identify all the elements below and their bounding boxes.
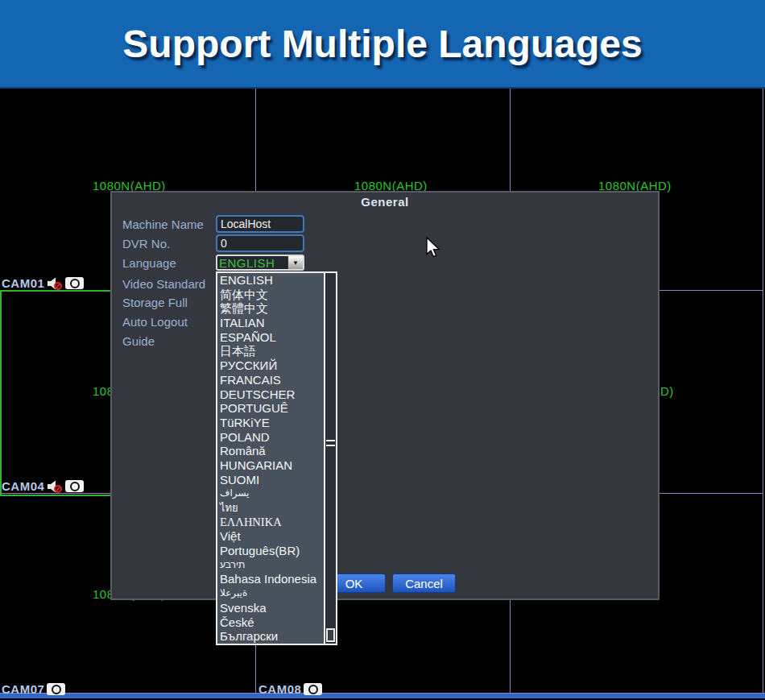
language-option[interactable]: Română bbox=[217, 444, 336, 458]
scrollbar-thumb[interactable] bbox=[326, 628, 335, 642]
record-icon bbox=[304, 683, 322, 695]
bottom-blue-bar bbox=[0, 694, 765, 698]
input-dvr-no-[interactable]: 0 bbox=[216, 234, 304, 252]
language-option[interactable]: ENGLISH bbox=[217, 273, 336, 288]
language-selected-value: ENGLISH bbox=[219, 256, 275, 270]
language-option[interactable]: РУССКИЙ bbox=[217, 358, 336, 373]
general-dialog: General Machine NameLocalHostDVR No.0Lan… bbox=[110, 191, 660, 600]
record-icon bbox=[65, 277, 84, 289]
language-option[interactable]: FRANCAIS bbox=[217, 373, 336, 387]
language-option[interactable]: SUOMI bbox=[217, 473, 336, 487]
camera-name: CAM01 bbox=[2, 277, 44, 290]
field-label-machine-name: Machine Name bbox=[122, 217, 204, 231]
grid-border-right bbox=[763, 89, 763, 693]
language-option[interactable]: DEUTSCHER bbox=[217, 387, 336, 402]
language-options: ENGLISH简体中文繁體中文ITALIANESPAÑOL日本語РУССКИЙF… bbox=[217, 273, 336, 644]
language-option[interactable]: 日本語 bbox=[217, 344, 336, 358]
language-option[interactable]: ไทย bbox=[217, 501, 336, 516]
language-option[interactable]: فارسی bbox=[217, 487, 336, 501]
language-option[interactable]: ΕΛΛΗΝΙΚΑ bbox=[217, 516, 336, 530]
record-icon bbox=[65, 480, 84, 492]
language-dropdown-list: ENGLISH简体中文繁體中文ITALIANESPAÑOL日本語РУССКИЙF… bbox=[216, 271, 337, 645]
banner: Support Multiple Languages bbox=[0, 0, 765, 89]
combo-dropdown-arrow-icon[interactable]: ▼ bbox=[287, 256, 303, 269]
dialog-title: General bbox=[112, 195, 658, 209]
language-option[interactable]: PORTUGUÊ bbox=[217, 401, 336, 416]
muted-speaker-icon bbox=[47, 480, 63, 493]
language-option[interactable]: Български bbox=[217, 629, 336, 644]
input-machine-name[interactable]: LocalHost bbox=[216, 215, 304, 233]
language-option[interactable]: TüRKiYE bbox=[217, 416, 336, 430]
language-option[interactable]: العربية bbox=[217, 586, 336, 601]
scrollbar-grip bbox=[326, 445, 335, 446]
dvr-screen: Support Multiple Languages 1080N(AHD)108… bbox=[0, 0, 765, 700]
language-option[interactable]: ESPAÑOL bbox=[217, 330, 336, 345]
language-option[interactable]: Svenska bbox=[217, 601, 336, 615]
language-option[interactable]: Português(BR) bbox=[217, 544, 336, 558]
camera-label: CAM04 bbox=[2, 479, 84, 493]
field-label-dvr-no-: DVR No. bbox=[122, 237, 170, 251]
record-icon bbox=[47, 683, 65, 695]
muted-speaker-icon bbox=[47, 277, 63, 290]
camera-label: CAM07 bbox=[2, 682, 65, 696]
language-option[interactable]: POLAND bbox=[217, 430, 336, 445]
camera-name: CAM08 bbox=[258, 683, 301, 696]
language-option[interactable]: 简体中文 bbox=[217, 288, 336, 302]
language-option[interactable]: 繁體中文 bbox=[217, 301, 336, 316]
camera-label: CAM08 bbox=[258, 682, 322, 696]
field-label-storage-full: Storage Full bbox=[122, 296, 188, 309]
scrollbar-grip bbox=[326, 440, 335, 441]
banner-title: Support Multiple Languages bbox=[122, 22, 642, 66]
cancel-button[interactable]: Cancel bbox=[392, 574, 456, 593]
language-option[interactable]: עברית bbox=[217, 558, 336, 573]
field-label-video-standard: Video Standard bbox=[122, 277, 205, 291]
scrollbar[interactable] bbox=[324, 273, 336, 644]
field-label-guide: Guide bbox=[122, 334, 155, 348]
camera-name: CAM04 bbox=[2, 480, 44, 493]
language-option[interactable]: HUNGARIAN bbox=[217, 458, 336, 473]
language-option[interactable]: Việt bbox=[217, 529, 336, 544]
field-label-auto-logout: Auto Logout bbox=[122, 315, 188, 329]
language-option[interactable]: České bbox=[217, 615, 336, 630]
field-label-language: Language bbox=[122, 256, 176, 270]
camera-name: CAM07 bbox=[2, 683, 44, 696]
language-combobox[interactable]: ENGLISH▼ bbox=[216, 255, 304, 271]
camera-grid: 1080N(AHD)1080N(AHD)1080N(AHD)1080N(AHD)… bbox=[0, 89, 765, 700]
language-option[interactable]: Bahasa Indonesia bbox=[217, 572, 336, 586]
language-option[interactable]: ITALIAN bbox=[217, 316, 336, 330]
mouse-cursor-icon bbox=[426, 237, 440, 259]
camera-label: CAM01 bbox=[2, 276, 84, 290]
